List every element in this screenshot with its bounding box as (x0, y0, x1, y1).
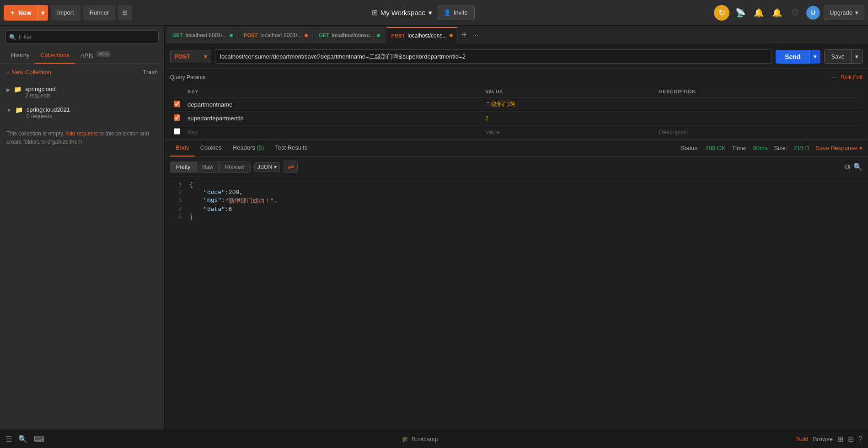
browse-button[interactable]: Browse (813, 436, 833, 443)
new-dropdown-arrow[interactable]: ▾ (37, 5, 48, 21)
method-value: POST (174, 53, 190, 60)
folder-icon: 📁 (15, 106, 23, 113)
trash-button[interactable]: Trash (143, 69, 158, 76)
method-select[interactable]: POST ▾ (170, 50, 211, 63)
search-bottom-icon[interactable]: 🔍 (18, 435, 27, 443)
sidebar-tabs: History Collections APIs BETA (0, 48, 164, 64)
upgrade-label: Upgrade (830, 9, 852, 16)
params-title: Query Params (170, 70, 205, 84)
response-tabs-bar: Body Cookies Headers (5) Test Results St… (165, 140, 868, 157)
layout-icon-btn[interactable]: ⊞ (837, 435, 843, 443)
upgrade-button[interactable]: Upgrade ▾ (824, 5, 864, 20)
heart-icon[interactable]: ♡ (788, 5, 803, 20)
sidebar-toggle-icon[interactable]: ☰ (5, 435, 12, 443)
param-desc-0[interactable] (655, 97, 863, 112)
response-code-area: 1 { 2 "code": 200, 3 "mgs": "新增部门成功！", 4… (165, 177, 868, 430)
workspace-button[interactable]: ⊞ My Workspace ▾ (372, 8, 432, 17)
search-input[interactable] (5, 30, 159, 43)
url-input[interactable] (215, 49, 772, 64)
layout-button[interactable]: ⊞ (118, 5, 132, 21)
param-value-1[interactable]: 2 (482, 112, 655, 125)
wrap-button[interactable]: ⇌ (284, 161, 298, 173)
tab-history[interactable]: History (5, 48, 35, 64)
param-checkbox-1[interactable] (174, 114, 180, 121)
request-tab-0[interactable]: GET localhost:8001/... (167, 27, 238, 43)
request-tab-2[interactable]: GET localhost/consu... (314, 27, 385, 43)
fmt-tab-pretty[interactable]: Pretty (170, 162, 196, 173)
new-label: New (18, 9, 32, 16)
invite-button[interactable]: 👤 Invite (437, 5, 475, 20)
expand-arrow-icon: ▶ (6, 87, 10, 93)
bulk-edit-button[interactable]: Bulk Edit (841, 74, 863, 81)
send-button-group: Send ▾ (776, 50, 820, 64)
bootcamp-button[interactable]: 🎓 Bootcamp (402, 436, 439, 443)
tab-collections[interactable]: Collections (35, 48, 75, 64)
runner-button[interactable]: Runner (83, 5, 116, 21)
collection-requests: 0 requests (27, 113, 70, 119)
save-button[interactable]: Save (824, 49, 851, 64)
json-select-arrow: ▾ (274, 164, 277, 170)
bell-icon[interactable]: 🔔 (770, 5, 784, 20)
search-response-button[interactable]: 🔍 (853, 162, 863, 171)
sync-button[interactable]: ↻ (714, 5, 729, 21)
tab-headers[interactable]: Headers (5) (227, 140, 270, 157)
copy-button[interactable]: ⧉ (845, 163, 850, 171)
split-icon-btn[interactable]: ⊟ (848, 435, 854, 443)
param-key-empty[interactable]: Key (184, 125, 482, 139)
tab-dot (305, 34, 308, 37)
sidebar: 🔍 History Collections APIs BETA + New Co… (0, 26, 165, 430)
fmt-tab-raw[interactable]: Raw (196, 162, 219, 173)
save-button-group: Save ▾ (824, 49, 863, 64)
param-desc-empty[interactable]: Description (655, 125, 863, 139)
help-icon-btn[interactable]: ? (858, 435, 863, 443)
collection-item-springcloud2021[interactable]: ▼ 📁 springcloud2021 0 requests (0, 103, 164, 123)
avatar[interactable]: U (806, 6, 820, 20)
request-tab-3[interactable]: POST localhost/cons... (386, 27, 458, 43)
value-col-header: VALUE (482, 86, 655, 97)
add-requests-link[interactable]: Add requests (65, 130, 98, 137)
param-checkbox-empty[interactable] (174, 128, 180, 135)
satellite-icon[interactable]: 📡 (733, 5, 748, 20)
tab-more-button[interactable]: ··· (470, 32, 481, 39)
bootcamp-icon: 🎓 (402, 436, 409, 443)
param-key-0[interactable]: departmentname (184, 97, 482, 112)
invite-label: Invite (454, 9, 468, 16)
method-badge: GET (319, 32, 329, 38)
tab-dot (230, 34, 233, 37)
fmt-tab-preview[interactable]: Preview (219, 162, 251, 173)
tab-cookies[interactable]: Cookies (195, 140, 227, 157)
request-tab-1[interactable]: POST localhost:8001/... (239, 27, 313, 43)
save-response-button[interactable]: Save Response ▾ (815, 145, 863, 151)
tab-url: localhost/consu... (332, 32, 375, 38)
save-dropdown-button[interactable]: ▾ (851, 49, 863, 64)
tab-body[interactable]: Body (170, 140, 195, 157)
param-checkbox-0[interactable] (174, 101, 180, 107)
add-tab-button[interactable]: + (459, 30, 469, 40)
collection-item-springcloud[interactable]: ▶ 📁 springcloud 2 requests (0, 82, 164, 103)
grid-icon: ⊞ (372, 8, 378, 17)
build-button[interactable]: Build (795, 436, 809, 443)
json-format-select[interactable]: JSON ▾ (254, 162, 280, 172)
tab-url: localhost:8001/... (260, 32, 302, 38)
params-table: KEY VALUE DESCRIPTION departmentname 二级部… (170, 86, 863, 139)
folder-icon: 📁 (14, 86, 21, 93)
new-button[interactable]: ＋ New ▾ (4, 5, 48, 21)
param-value-empty[interactable]: Value (482, 125, 655, 139)
param-key-1[interactable]: superiordepartmentid (184, 112, 482, 125)
param-value-0[interactable]: 二级部门啊 (482, 97, 655, 112)
tab-apis[interactable]: APIs BETA (75, 48, 116, 64)
send-dropdown-button[interactable]: ▾ (809, 50, 820, 64)
params-more-button[interactable]: ··· (831, 73, 837, 81)
tab-url: localhost/cons... (407, 32, 447, 39)
console-icon[interactable]: ⌨ (34, 435, 44, 443)
send-button[interactable]: Send (776, 50, 809, 64)
import-button[interactable]: Import (51, 5, 80, 21)
tab-test-results[interactable]: Test Results (269, 140, 313, 157)
bootcamp-label: Bootcamp (412, 436, 439, 443)
new-collection-button[interactable]: + New Collection (6, 69, 51, 76)
sidebar-items: ▶ 📁 springcloud 2 requests ▼ 📁 springclo… (0, 80, 164, 430)
time-value: 80ms (753, 145, 768, 151)
notification-icon[interactable]: 🔔 (751, 5, 766, 20)
format-right-actions: ⧉ 🔍 (845, 162, 863, 171)
param-desc-1[interactable] (655, 112, 863, 125)
